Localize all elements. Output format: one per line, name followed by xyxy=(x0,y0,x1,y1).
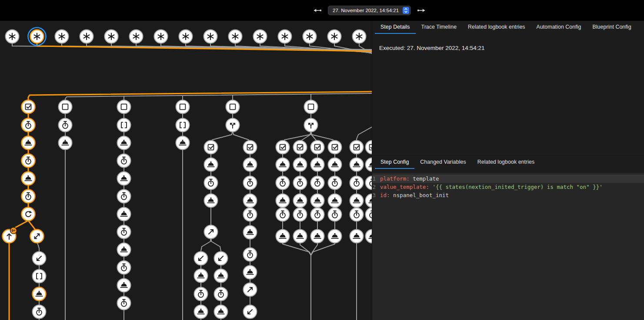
trace-node-timer[interactable] xyxy=(194,287,208,301)
trace-node-timer[interactable] xyxy=(366,208,372,221)
trace-node-square[interactable] xyxy=(226,100,240,114)
tab-blueprint-config[interactable]: Blueprint Config xyxy=(587,21,637,34)
trace-node-dome[interactable] xyxy=(204,194,218,208)
trace-node-timer[interactable] xyxy=(366,176,372,190)
previous-trace-button[interactable] xyxy=(313,6,322,15)
trace-node-choose[interactable] xyxy=(226,119,240,132)
trace-node-dome[interactable] xyxy=(328,158,342,172)
trace-node-dome[interactable] xyxy=(294,158,307,172)
trace-node-dome[interactable] xyxy=(244,158,257,172)
trace-node-timer[interactable] xyxy=(294,176,307,190)
trace-node-square[interactable] xyxy=(59,100,72,114)
trace-node-brackets[interactable] xyxy=(33,270,46,283)
trace-node-asterisk[interactable] xyxy=(130,30,143,43)
trace-node-dome[interactable] xyxy=(204,158,218,172)
next-trace-button[interactable] xyxy=(417,6,426,15)
trace-node-arrow-up[interactable]: 9+ xyxy=(3,228,17,243)
trace-node-asterisk[interactable] xyxy=(105,30,118,43)
trace-node-asterisk[interactable] xyxy=(154,30,168,43)
trace-node-arrow-tr[interactable] xyxy=(244,283,257,297)
trace-node-asterisk[interactable] xyxy=(28,28,46,46)
trace-node-check-square[interactable] xyxy=(276,141,290,154)
trace-node-check-square[interactable] xyxy=(22,100,35,114)
trace-node-asterisk[interactable] xyxy=(229,30,242,43)
trace-node-timer[interactable] xyxy=(117,190,131,203)
trace-node-timer[interactable] xyxy=(328,208,342,221)
trace-node-dome[interactable] xyxy=(117,136,131,150)
trace-node-dome[interactable] xyxy=(311,230,324,243)
trace-node-dome[interactable] xyxy=(194,305,208,319)
trace-node-timer[interactable] xyxy=(33,305,46,319)
trace-node-arrow-bl[interactable] xyxy=(214,252,228,265)
trace-node-timer[interactable] xyxy=(117,225,131,239)
trace-node-brackets[interactable] xyxy=(117,119,131,132)
trace-node-arrow-bl[interactable] xyxy=(194,252,208,265)
trace-node-dome[interactable] xyxy=(294,194,307,208)
tab-step-config[interactable]: Step Config xyxy=(375,156,414,169)
trace-node-dome[interactable] xyxy=(311,158,324,172)
trace-node-asterisk[interactable] xyxy=(303,30,317,43)
trace-node-timer[interactable] xyxy=(350,176,364,190)
trace-node-check-square[interactable] xyxy=(366,141,372,154)
trace-node-dome[interactable] xyxy=(350,230,364,243)
trace-node-asterisk[interactable] xyxy=(80,30,93,43)
trace-node-arrow-bl[interactable] xyxy=(33,252,46,265)
trace-node-timer[interactable] xyxy=(244,248,257,261)
tab-trace-timeline[interactable]: Trace Timeline xyxy=(416,21,463,34)
trace-run-select[interactable]: 27. November 2022, 14:54:21 xyxy=(328,6,411,15)
trace-node-timer[interactable] xyxy=(311,208,324,221)
trace-node-asterisk[interactable] xyxy=(55,30,69,43)
trace-node-dome[interactable] xyxy=(117,172,131,185)
trace-node-check-square[interactable] xyxy=(311,141,324,154)
trace-node-dome[interactable] xyxy=(22,172,35,185)
trace-node-dome[interactable] xyxy=(33,287,46,301)
trace-node-dome[interactable] xyxy=(276,230,290,243)
trace-node-timer[interactable] xyxy=(204,176,218,190)
trace-node-dome[interactable] xyxy=(194,269,208,283)
trace-node-timer[interactable] xyxy=(328,176,342,190)
trace-node-arrow-bl[interactable] xyxy=(244,305,257,319)
trace-node-timer[interactable] xyxy=(276,208,290,221)
trace-node-dome[interactable] xyxy=(117,279,131,292)
trace-node-timer[interactable] xyxy=(117,261,131,274)
trace-node-dome[interactable] xyxy=(22,136,35,150)
trace-node-timer[interactable] xyxy=(311,176,324,190)
trace-node-dome[interactable] xyxy=(328,230,342,243)
trace-node-dome[interactable] xyxy=(366,194,372,208)
trace-node-asterisk[interactable] xyxy=(204,30,217,43)
trace-node-timer[interactable] xyxy=(294,208,307,221)
tab-step-details[interactable]: Step Details xyxy=(375,21,416,34)
trace-node-asterisk[interactable] xyxy=(179,30,193,43)
trace-node-timer[interactable] xyxy=(22,119,35,132)
trace-node-timer[interactable] xyxy=(244,176,257,190)
trace-node-asterisk[interactable] xyxy=(328,30,341,43)
trace-node-dome[interactable] xyxy=(366,158,372,172)
trace-node-timer[interactable] xyxy=(117,154,131,168)
trace-node-asterisk[interactable] xyxy=(6,30,19,43)
trace-node-dome[interactable] xyxy=(311,194,324,208)
trace-node-dome[interactable] xyxy=(244,194,257,208)
trace-node-square[interactable] xyxy=(176,100,190,114)
trace-node-asterisk[interactable] xyxy=(353,30,366,43)
trace-node-dome[interactable] xyxy=(328,194,342,208)
trace-node-dome[interactable] xyxy=(176,136,190,150)
trace-node-dome[interactable] xyxy=(276,194,290,208)
trace-node-check-square[interactable] xyxy=(204,141,218,154)
trace-node-dome[interactable] xyxy=(350,158,364,172)
trace-node-dome[interactable] xyxy=(244,226,257,239)
trace-node-dome[interactable] xyxy=(59,136,72,150)
trace-node-choose[interactable] xyxy=(304,119,318,132)
trace-node-split[interactable] xyxy=(30,230,44,243)
trace-node-repeat[interactable] xyxy=(22,208,35,221)
trace-node-dome[interactable] xyxy=(350,194,364,208)
trace-node-dome[interactable] xyxy=(276,158,290,172)
tab-related-logbook-entries[interactable]: Related logbook entries xyxy=(462,21,531,34)
trace-node-check-square[interactable] xyxy=(244,141,257,154)
trace-node-dome[interactable] xyxy=(294,230,307,243)
trace-node-square[interactable] xyxy=(304,100,318,114)
trace-node-timer[interactable] xyxy=(22,154,35,168)
trace-node-timer[interactable] xyxy=(117,297,131,310)
trace-node-dome[interactable] xyxy=(117,208,131,221)
tab-automation-config[interactable]: Automation Config xyxy=(531,21,587,34)
tab-changed-variables[interactable]: Changed Variables xyxy=(414,156,471,169)
